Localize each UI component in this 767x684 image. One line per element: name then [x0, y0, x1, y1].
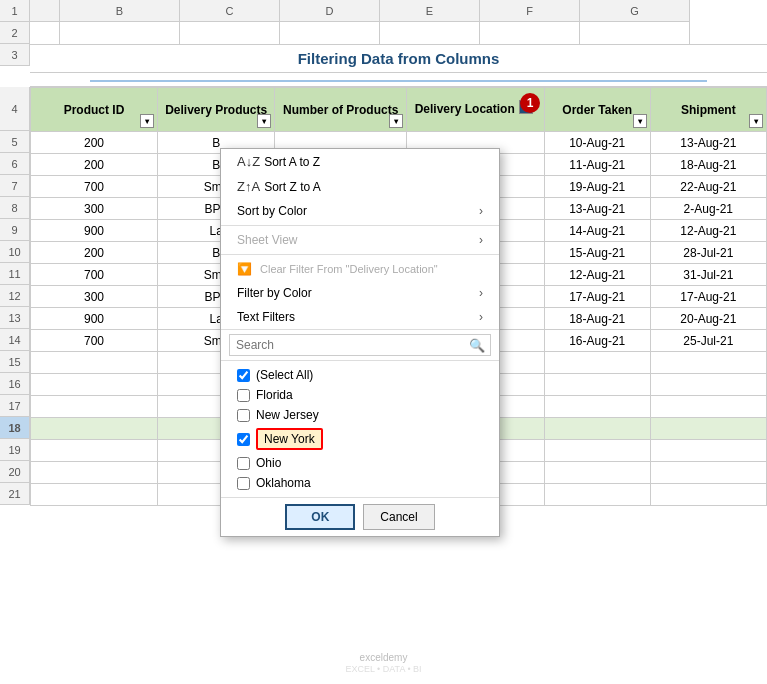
checkbox-select-all[interactable]: (Select All) [221, 365, 499, 385]
col-header-b: B [60, 0, 180, 22]
row-label-16: 16 [0, 373, 30, 395]
sort-by-color-item[interactable]: Sort by Color › [221, 199, 499, 223]
checkbox-select-all-input[interactable] [237, 369, 250, 382]
checkbox-new-jersey[interactable]: New Jersey [221, 405, 499, 425]
row-label-18: 18 [0, 417, 30, 439]
sort-az-icon: A↓Z [237, 154, 260, 169]
filter-btn-delivery-location[interactable]: ▾ 1 [519, 100, 533, 114]
text-filters-item[interactable]: Text Filters › [221, 305, 499, 329]
page-title: Filtering Data from Columns [298, 50, 500, 67]
search-box-container: 🔍 [221, 329, 499, 361]
sort-by-color-arrow: › [479, 204, 483, 218]
col-shipment-header: Shipment ▾ [650, 88, 766, 132]
watermark: exceldemy EXCEL • DATA • BI [345, 652, 421, 674]
sort-za-icon: Z↑A [237, 179, 260, 194]
filter-dropdown: A↓Z Sort A to Z Z↑A Sort Z to A Sort by … [220, 148, 500, 537]
sheet-view-item: Sheet View › [221, 228, 499, 252]
sheet-view-arrow: › [479, 233, 483, 247]
row-label-7: 7 [0, 175, 30, 197]
cancel-button[interactable]: Cancel [363, 504, 434, 530]
col-header-f: F [480, 0, 580, 22]
checkbox-new-jersey-input[interactable] [237, 409, 250, 422]
filter-btn-delivery-products[interactable]: ▾ [257, 114, 271, 128]
ok-button[interactable]: OK [285, 504, 355, 530]
filter-active-badge: 1 [520, 93, 540, 113]
col-order-taken-header: Order Taken ▾ [544, 88, 650, 132]
col-header-a [30, 0, 60, 22]
cell-product-id: 200 [31, 132, 158, 154]
row-label-8: 8 [0, 197, 30, 219]
filter-btn-product-id[interactable]: ▾ [140, 114, 154, 128]
checkbox-new-york-input[interactable] [237, 433, 250, 446]
cell-shipment: 13-Aug-21 [650, 132, 766, 154]
row-label-5: 5 [0, 131, 30, 153]
row-label-12: 12 [0, 285, 30, 307]
row-label-21: 21 [0, 483, 30, 505]
filter-btn-order-taken[interactable]: ▾ [633, 114, 647, 128]
sort-z-to-a-item[interactable]: Z↑A Sort Z to A [221, 174, 499, 199]
row-label-3: 3 [0, 44, 30, 66]
checkbox-oklahoma-input[interactable] [237, 477, 250, 490]
filter-btn-num-products[interactable]: ▾ [389, 114, 403, 128]
row-label-13: 13 [0, 307, 30, 329]
row-label-17: 17 [0, 395, 30, 417]
col-product-id-header: Product ID ▾ [31, 88, 158, 132]
col-delivery-location-header: Delivery Location ▾ 1 [406, 88, 544, 132]
filter-by-color-arrow: › [479, 286, 483, 300]
col-delivery-products-header: Delivery Products ▾ [157, 88, 274, 132]
sort-a-to-z-item[interactable]: A↓Z Sort A to Z [221, 149, 499, 174]
dropdown-buttons: OK Cancel [221, 497, 499, 536]
row-label-10: 10 [0, 241, 30, 263]
checkbox-oklahoma[interactable]: Oklahoma [221, 473, 499, 493]
row-label-19: 19 [0, 439, 30, 461]
row-label-14: 14 [0, 329, 30, 351]
col-header-d: D [280, 0, 380, 22]
row-label-4: 4 [0, 87, 30, 131]
new-york-label: New York [256, 428, 323, 450]
filter-by-color-item[interactable]: Filter by Color › [221, 281, 499, 305]
clear-filter-icon: 🔽 [237, 262, 252, 276]
col-header-row: B C D E F G [30, 0, 767, 22]
clear-filter-item: 🔽 Clear Filter From "Delivery Location" [221, 257, 499, 281]
col-header-g: G [580, 0, 690, 22]
checkbox-new-york[interactable]: 2 New York [221, 425, 499, 453]
text-filters-arrow: › [479, 310, 483, 324]
checkbox-florida[interactable]: Florida [221, 385, 499, 405]
row-label-2: 2 [0, 22, 30, 44]
col-header-e: E [380, 0, 480, 22]
search-icon: 🔍 [469, 338, 485, 353]
checkbox-ohio[interactable]: Ohio [221, 453, 499, 473]
spreadsheet: 1 2 3 B C D E F G [0, 0, 767, 684]
search-input[interactable] [229, 334, 491, 356]
col-header-c: C [180, 0, 280, 22]
row-label-1: 1 [0, 0, 30, 22]
col-number-of-products-header: Number of Products ▾ [275, 88, 407, 132]
cell-order-taken: 10-Aug-21 [544, 132, 650, 154]
row-label-20: 20 [0, 461, 30, 483]
filter-btn-shipment[interactable]: ▾ [749, 114, 763, 128]
checkbox-florida-input[interactable] [237, 389, 250, 402]
checkbox-ohio-input[interactable] [237, 457, 250, 470]
row-label-9: 9 [0, 219, 30, 241]
checkbox-list: (Select All) Florida New Jersey 2 New Yo… [221, 361, 499, 497]
row-label-11: 11 [0, 263, 30, 285]
row-label-6: 6 [0, 153, 30, 175]
row-label-15: 15 [0, 351, 30, 373]
